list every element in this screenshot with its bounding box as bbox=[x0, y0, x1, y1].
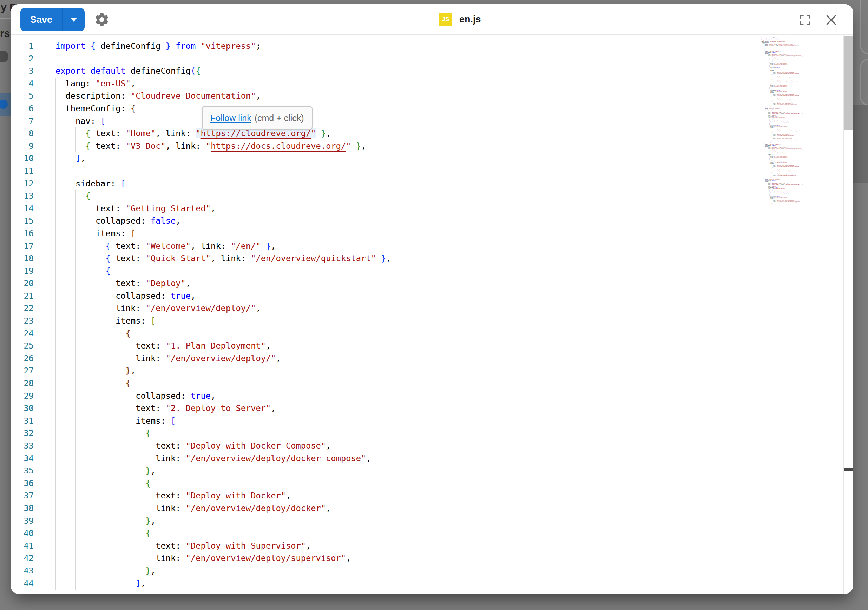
indent-guide bbox=[56, 502, 56, 515]
indent-guide bbox=[116, 365, 116, 377]
settings-button[interactable] bbox=[92, 10, 112, 29]
code-token bbox=[56, 478, 146, 488]
code-token: , bbox=[366, 454, 371, 463]
code-line[interactable]: collapsed: false, bbox=[56, 215, 843, 228]
indent-guide bbox=[76, 527, 76, 540]
line-number: 7 bbox=[11, 115, 34, 128]
indent-guide bbox=[76, 540, 76, 553]
line-number: 43 bbox=[11, 565, 34, 577]
code-line[interactable]: items: [ bbox=[56, 415, 843, 427]
code-line[interactable]: link: "/en/overview/deploy/supervisor", bbox=[56, 552, 843, 565]
code-line[interactable]: link: "/en/overview/deploy/docker-compos… bbox=[56, 452, 843, 465]
indent-guide bbox=[56, 415, 56, 427]
indent-guide bbox=[76, 315, 76, 327]
minimap[interactable]: import { defineConfig } from "vitepress"… bbox=[760, 37, 843, 563]
close-button[interactable] bbox=[822, 11, 840, 29]
code-link[interactable]: https://cloudreve.org/ bbox=[201, 129, 311, 138]
indent-guide bbox=[56, 352, 56, 365]
code-token: default bbox=[91, 66, 126, 76]
code-link[interactable]: https://docs.cloudreve.org/ bbox=[211, 141, 346, 151]
code-line[interactable]: lang: "en-US", bbox=[56, 77, 843, 90]
code-line[interactable]: { bbox=[56, 190, 843, 203]
code-token: { bbox=[126, 378, 131, 388]
code-line[interactable]: { bbox=[56, 265, 843, 278]
code-content[interactable]: import { defineConfig } from "vitepress"… bbox=[56, 40, 843, 590]
code-line[interactable]: { text: "V3 Doc", link: "https://docs.cl… bbox=[56, 140, 843, 153]
code-line[interactable]: text: "Deploy", bbox=[56, 277, 843, 290]
code-line[interactable]: { bbox=[56, 477, 843, 490]
code-line[interactable]: }, bbox=[56, 565, 843, 577]
code-line[interactable] bbox=[56, 53, 843, 65]
code-token: { bbox=[195, 66, 200, 76]
code-line[interactable]: { text: "Home", link: "https://cloudreve… bbox=[56, 127, 843, 140]
code-line[interactable]: }, bbox=[56, 515, 843, 528]
code-line[interactable]: text: "Deploy with Docker Compose", bbox=[56, 440, 843, 452]
code-line[interactable]: }, bbox=[56, 365, 843, 377]
code-token bbox=[56, 466, 146, 475]
code-line[interactable]: { bbox=[56, 377, 843, 390]
code-line[interactable]: text: "2. Deploy to Server", bbox=[56, 402, 843, 415]
code-line[interactable]: items: [ bbox=[56, 228, 843, 240]
follow-link-action[interactable]: Follow link bbox=[210, 113, 251, 123]
code-line[interactable]: text: "Deploy with Docker", bbox=[56, 489, 843, 502]
code-token: false bbox=[150, 216, 175, 226]
code-line[interactable]: nav: [ bbox=[56, 115, 843, 128]
code-token: { bbox=[86, 141, 91, 151]
indent-guide bbox=[96, 489, 96, 502]
indent-guide bbox=[56, 465, 56, 477]
fullscreen-button[interactable] bbox=[797, 11, 814, 29]
code-editor[interactable]: 1234567891011121314151617181920212223242… bbox=[11, 35, 843, 594]
code-token: "Quick Start" bbox=[146, 253, 211, 263]
code-token: , bbox=[150, 516, 155, 526]
code-line[interactable]: text: "Getting Started", bbox=[56, 203, 843, 215]
code-line[interactable]: link: "/en/overview/deploy/docker", bbox=[56, 502, 843, 515]
indent-guide bbox=[96, 527, 96, 540]
save-options-dropdown[interactable] bbox=[63, 8, 85, 31]
code-line[interactable]: export default defineConfig({ bbox=[56, 65, 843, 77]
code-line[interactable]: ], bbox=[56, 152, 843, 165]
code-line[interactable]: { bbox=[56, 427, 843, 440]
code-line[interactable]: link: "/en/overview/deploy/", bbox=[56, 302, 843, 315]
code-token: { bbox=[86, 129, 91, 138]
code-line[interactable]: collapsed: true, bbox=[56, 290, 843, 302]
code-token: export bbox=[56, 66, 86, 76]
indent-guide bbox=[76, 465, 76, 477]
background-dark-button-fragment bbox=[0, 51, 8, 62]
code-line[interactable]: ], bbox=[56, 577, 843, 590]
indent-guide bbox=[56, 127, 56, 140]
indent-guide bbox=[76, 252, 76, 265]
code-line[interactable] bbox=[56, 165, 843, 178]
vertical-scrollbar-thumb[interactable] bbox=[844, 36, 853, 130]
indent-guide bbox=[116, 527, 116, 540]
code-line[interactable]: link: "/en/overview/deploy/", bbox=[56, 352, 843, 365]
code-token: "Deploy with Docker Compose" bbox=[186, 441, 326, 451]
save-button[interactable]: Save bbox=[20, 8, 62, 31]
code-token bbox=[351, 141, 356, 151]
code-token bbox=[56, 516, 146, 526]
code-line[interactable]: text: "Deploy with Supervisor", bbox=[56, 540, 843, 553]
indent-guide bbox=[76, 215, 76, 228]
indent-guide bbox=[76, 390, 76, 403]
code-line[interactable]: { text: "Quick Start", link: "/en/overvi… bbox=[56, 252, 843, 265]
code-token: "Getting Started" bbox=[126, 204, 211, 214]
code-line[interactable]: text: "1. Plan Deployment", bbox=[56, 340, 843, 352]
code-line[interactable]: { text: "Welcome", link: "/en/" }, bbox=[56, 240, 843, 253]
line-number: 1 bbox=[11, 40, 34, 53]
minimap-line: { bbox=[760, 204, 843, 205]
javascript-file-icon: JS bbox=[439, 12, 452, 26]
code-line[interactable]: { bbox=[56, 527, 843, 540]
code-token: , bbox=[271, 241, 276, 251]
code-token: "Home" bbox=[126, 129, 156, 138]
indent-guide bbox=[56, 440, 56, 452]
code-token: collapsed: bbox=[56, 291, 170, 301]
code-line[interactable]: { bbox=[56, 327, 843, 340]
code-line[interactable]: import { defineConfig } from "vitepress"… bbox=[56, 40, 843, 53]
indent-guide bbox=[76, 402, 76, 415]
line-number: 16 bbox=[11, 228, 34, 240]
code-line[interactable]: collapsed: true, bbox=[56, 390, 843, 403]
code-line[interactable]: sidebar: [ bbox=[56, 178, 843, 190]
code-line[interactable]: items: [ bbox=[56, 315, 843, 327]
code-line[interactable]: themeConfig: { bbox=[56, 102, 843, 115]
code-line[interactable]: description: "Cloudreve Documentation", bbox=[56, 90, 843, 102]
code-line[interactable]: }, bbox=[56, 465, 843, 477]
